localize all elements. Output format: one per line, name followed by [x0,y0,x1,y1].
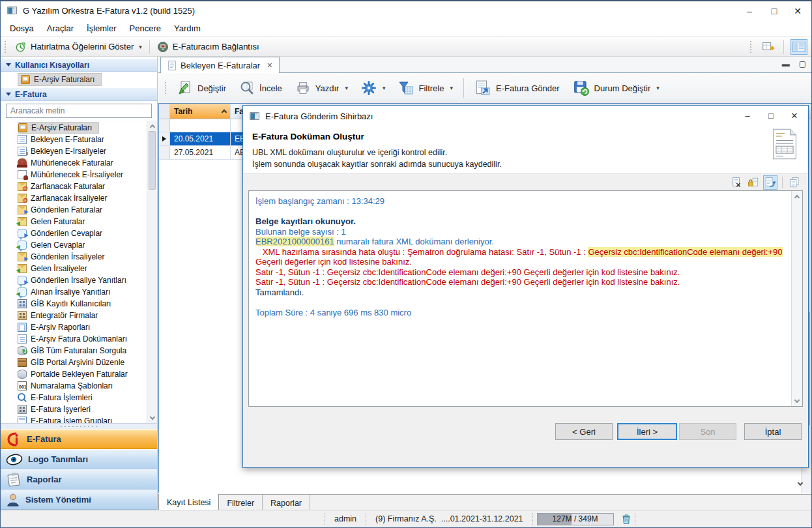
content-toolbar: DeğiştirİnceleYazdır▾▾Filtrele▾E-Fatura … [158,73,811,103]
sidebar-item[interactable]: Mühürlenecek Faturalar [18,157,145,169]
sidebar-item-label: Zarflanacak İrsaliyeler [31,194,107,203]
settings-button[interactable]: ▾ [355,77,392,99]
save-log-icon[interactable] [763,175,777,190]
minimize-button[interactable]: – [738,1,761,21]
durum-değiştir-button[interactable]: Durum Değiştir▾ [566,76,666,100]
panel-e-fatura[interactable]: E-Fatura [1,429,157,449]
değiştir-button[interactable]: Değiştir [171,77,233,99]
toolbar-grip[interactable] [164,81,167,95]
toolbar-grip[interactable] [749,40,753,53]
e-fatura-gönder-button[interactable]: E-Fatura Gönder [468,76,566,100]
log-text[interactable]: İşlem başlangıç zamanı : 13:34:29 Belge … [249,191,791,406]
copy-log-icon[interactable] [787,175,802,190]
sidebar-item[interactable]: E-Fatura İşlemleri [18,392,145,403]
inspect-magnifier-icon [239,80,255,96]
geri-button[interactable]: < Geri [555,423,613,440]
panel-sistem-yönetimi[interactable]: Sistem Yönetimi [1,490,157,510]
filtrele-button[interactable]: Filtrele▾ [392,77,459,99]
yazdır-button[interactable]: Yazdır▾ [289,77,355,99]
sidebar-item[interactable]: Gönderilen İrsaliyeler [18,251,145,263]
maximize-button[interactable]: □ [763,1,785,21]
column-header-tarih[interactable]: Tarih [170,104,231,119]
sidebar-search-input[interactable] [6,104,152,118]
protect-log-icon[interactable] [746,175,761,190]
dialog-close-button[interactable]: ✕ [783,106,805,126]
view-tab-raporlar[interactable]: Raporlar [263,495,310,511]
panel-maximize-icon[interactable]: ▢ [799,59,806,68]
sidebar-item[interactable]: E-Arşiv Faturaları [18,122,99,134]
sidebar-item[interactable]: Mühürlenecek E-İrsaliyeler [18,169,145,181]
sidebar-item[interactable]: Portalde Bekleyen Faturalar [18,368,145,380]
sidebar-item[interactable]: GİB Portal Arşivini Düzenle [18,357,145,368]
scrollbar-thumb[interactable] [149,131,156,190]
sidebar-item[interactable]: Gönderilen İrsaliye Yanıtları [18,274,145,286]
new-window-button[interactable] [760,39,777,55]
dropdown-caret-icon[interactable]: ▾ [450,85,453,91]
sidebar-item[interactable]: Gönderilen Faturalar [18,204,145,216]
sidebar-item[interactable]: Bekleyen E-Faturalar [18,134,145,145]
close-button[interactable]: ✕ [787,1,809,21]
sidebar-item[interactable]: Gönderilen Cevaplar [18,227,145,239]
dialog-icon [250,111,260,121]
menu-dosya[interactable]: Dosya [3,22,40,35]
toolbar-grip[interactable] [4,40,7,53]
sidebar-item[interactable]: Zarflanacak Faturalar [18,181,145,192]
reminder-label: Hatırlatma Öğelerini Göster [31,42,134,51]
sidebar-item[interactable]: Entegratör Firmalar [18,310,145,321]
sidebar-item[interactable]: Gelen Faturalar [18,216,145,227]
efaturacim-connection-button[interactable]: E-Faturacım Bağlantısı [152,39,264,55]
view-tab-filtreler[interactable]: Filtreler [219,495,263,511]
menu-yardım[interactable]: Yardım [167,22,207,35]
panel-raporlar[interactable]: Raporlar [1,469,157,490]
sidebar-item[interactable]: Gelen İrsaliyeler [18,263,145,274]
sidebar-item-label: Gönderilen İrsaliye Yanıtları [31,276,126,285]
shortcut-group-header[interactable]: Kullanıcı Kısayolları [1,58,157,72]
scroll-down-icon[interactable] [147,413,157,423]
sidebar-item[interactable]: Bekleyen E-İrsaliyeler [18,145,145,157]
sidebar-item-label: Gönderilen Cevaplar [31,229,102,238]
sidebar-item[interactable]: Gelen Cevaplar [18,239,145,251]
view-tabstrip: Kayıt ListesiFiltrelerRaporlar [158,494,811,511]
sidebar-item[interactable]: GİB Tüm Faturaları Sorgula [18,345,145,357]
layout-button[interactable] [790,39,807,55]
sidebar-item[interactable]: Zarflanacak İrsaliyeler [18,192,145,204]
sidebar-item[interactable]: Alınan İrsaliye Yanıtları [18,286,145,298]
sidebar-item[interactable]: Numaralama Şablonları [18,380,145,392]
sidebar-item-label: GİB Portal Arşivini Düzenle [31,358,124,367]
sidebar-item[interactable]: GİB Kayıtlı Kullanıcıları [18,298,145,310]
shortcut-item[interactable]: E-Arşiv Faturaları [1,72,157,87]
menu-pencere[interactable]: Pencere [123,22,167,35]
i̇leri-button[interactable]: İleri > [617,423,677,440]
panel-logo-tanımları[interactable]: Logo Tanımları [1,449,157,469]
printer-icon [18,123,27,132]
sidebar-item[interactable]: E-Arşiv Fatura Dokümanları [18,333,145,345]
sidebar-splitter[interactable] [1,423,157,429]
scroll-down-icon[interactable] [792,396,802,406]
garbage-collect-icon[interactable] [620,513,632,525]
tab-close-icon[interactable]: ✕ [267,61,272,70]
collapse-chevron-icon[interactable] [798,480,802,490]
menu-araçlar[interactable]: Araçlar [40,22,80,35]
dialog-minimize-button[interactable]: – [736,106,759,126]
clear-log-icon[interactable] [729,175,744,190]
efatura-group-header[interactable]: E-Fatura [1,87,157,101]
menu-i̇şlemler[interactable]: İşlemler [80,22,123,35]
i̇ncele-button[interactable]: İncele [233,77,289,99]
view-tab-kayıt-listesi[interactable]: Kayıt Listesi [158,494,219,511]
scroll-up-icon[interactable] [147,121,157,130]
sidebar-item[interactable]: E-Arşiv Raporları [18,321,145,333]
dropdown-caret-icon[interactable]: ▾ [383,85,386,91]
scroll-up-icon[interactable] [792,191,802,201]
i̇ptal-button[interactable]: İptal [744,423,802,440]
panel-minimize-icon[interactable]: ▬ [782,59,790,68]
dropdown-caret-icon[interactable]: ▾ [656,85,660,91]
log-scrollbar[interactable] [791,191,802,406]
sidebar-item[interactable]: E-Fatura İşlem Grupları [18,415,145,423]
dialog-maximize-button[interactable]: □ [760,106,782,126]
sidebar-scrollbar[interactable] [147,121,157,423]
dropdown-caret-icon[interactable]: ▾ [345,85,348,91]
sidebar-item[interactable]: E-Fatura İşyerleri [18,403,145,415]
tab-bekleyen-e-faturalar[interactable]: Bekleyen E-Faturalar ✕ [160,57,280,73]
reminder-button[interactable]: Hatırlatma Öğelerini Göster ▾ [10,39,147,55]
log-text-segment: Tamamlandı. [255,287,304,297]
